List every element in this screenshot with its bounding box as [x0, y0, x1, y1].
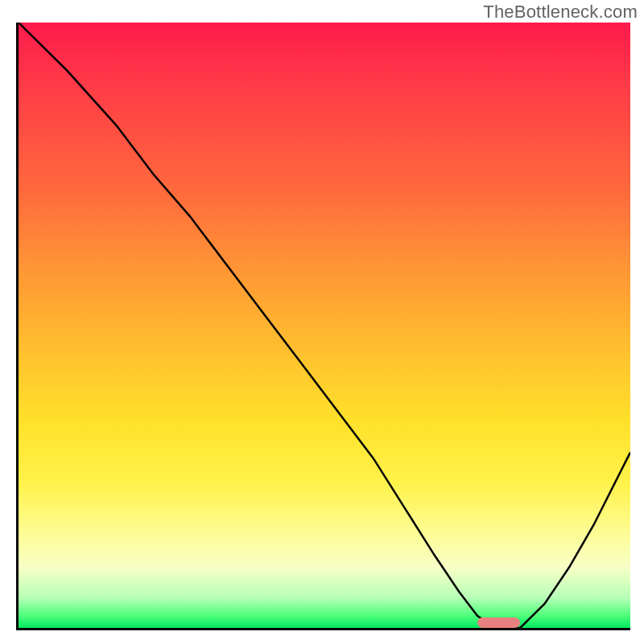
watermark-text: TheBottleneck.com [483, 2, 638, 23]
bottleneck-curve [19, 23, 630, 628]
optimal-range-marker [477, 617, 520, 628]
curve-path [19, 23, 630, 628]
plot-area [16, 23, 630, 630]
